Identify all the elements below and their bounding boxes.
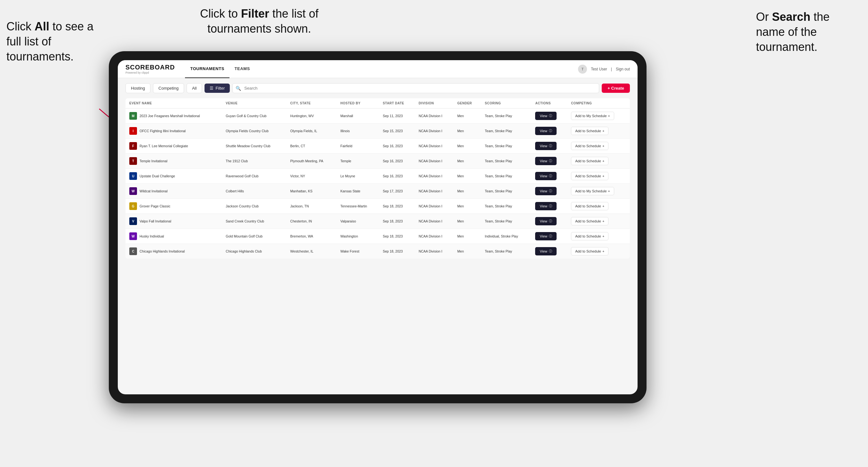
nav-links: Tournaments Teams (185, 60, 578, 78)
logo-sub: Powered by clippd (125, 71, 175, 74)
cell-hosted-by: Washington (336, 229, 379, 244)
cell-venue: Ravenwood Golf Club (222, 169, 286, 184)
cell-city-state: Berlin, CT (286, 138, 337, 154)
cell-gender: Men (454, 244, 481, 259)
cell-hosted-by: Valparaiso (336, 214, 379, 229)
table-row: G Grover Page Classic Jackson Country Cl… (125, 199, 630, 214)
cell-venue: Olympia Fields Country Club (222, 124, 286, 138)
info-icon: ⓘ (549, 174, 552, 178)
team-logo: W (129, 187, 137, 195)
event-name: Upstate Dual Challenge (140, 174, 175, 179)
cell-competing: Add to Schedule + (567, 169, 630, 184)
cell-start-date: Sep 17, 2023 (379, 184, 415, 199)
cell-event-name: M 2023 Joe Feaganes Marshall Invitationa… (125, 108, 222, 124)
cell-gender: Men (454, 124, 481, 138)
col-start-date: Start Date (379, 98, 415, 108)
cell-venue: Guyan Golf & Country Club (222, 108, 286, 124)
event-name: Chicago Highlands Invitational (140, 249, 185, 254)
cell-actions: View ⓘ (531, 184, 567, 199)
view-button[interactable]: View ⓘ (535, 142, 557, 150)
col-city-state: City, State (286, 98, 337, 108)
add-to-schedule-button[interactable]: Add to Schedule + (571, 247, 609, 255)
cell-division: NCAA Division I (415, 124, 454, 138)
cell-gender: Men (454, 154, 481, 169)
cell-division: NCAA Division I (415, 184, 454, 199)
cell-start-date: Sep 18, 2023 (379, 214, 415, 229)
cell-hosted-by: Fairfield (336, 138, 379, 154)
view-button[interactable]: View ⓘ (535, 187, 557, 195)
cell-event-name: I OFCC Fighting Illini Invitational (125, 124, 222, 138)
team-logo: I (129, 127, 137, 135)
cell-division: NCAA Division I (415, 244, 454, 259)
add-to-schedule-button[interactable]: Add to Schedule + (571, 202, 609, 210)
view-button[interactable]: View ⓘ (535, 127, 557, 135)
plus-icon: + (602, 174, 604, 178)
annotation-top-left: Click All to see a full list of tourname… (6, 19, 96, 64)
cell-gender: Men (454, 169, 481, 184)
filter-icon: ☰ (210, 86, 214, 91)
team-logo: W (129, 232, 137, 240)
col-gender: Gender (454, 98, 481, 108)
cell-scoring: Team, Stroke Play (481, 138, 532, 154)
tab-hosting[interactable]: Hosting (125, 83, 150, 93)
tab-competing[interactable]: Competing (153, 83, 184, 93)
search-icon: 🔍 (236, 86, 241, 91)
add-to-schedule-button[interactable]: Add to Schedule + (571, 157, 609, 165)
team-logo: U (129, 172, 137, 180)
add-to-schedule-button[interactable]: Add to My Schedule + (571, 112, 614, 120)
view-button[interactable]: View ⓘ (535, 202, 557, 210)
col-competing: Competing (567, 98, 630, 108)
info-icon: ⓘ (549, 114, 552, 118)
col-actions: Actions (531, 98, 567, 108)
view-button[interactable]: View ⓘ (535, 232, 557, 240)
cell-city-state: Chesterton, IN (286, 214, 337, 229)
plus-icon: + (602, 234, 604, 238)
cell-venue: Colbert Hills (222, 184, 286, 199)
separator: | (611, 67, 612, 71)
view-button[interactable]: View ⓘ (535, 157, 557, 165)
cell-actions: View ⓘ (531, 214, 567, 229)
plus-icon: + (602, 204, 604, 208)
cell-event-name: F Ryan T. Lee Memorial Collegiate (125, 138, 222, 154)
search-input[interactable] (232, 83, 599, 93)
add-to-schedule-button[interactable]: Add to Schedule + (571, 127, 609, 135)
cell-city-state: Plymouth Meeting, PA (286, 154, 337, 169)
table-body: M 2023 Joe Feaganes Marshall Invitationa… (125, 108, 630, 259)
add-to-schedule-button[interactable]: Add to My Schedule + (571, 187, 614, 195)
filter-btn-label: Filter (215, 86, 225, 91)
col-venue: Venue (222, 98, 286, 108)
cell-venue: Sand Creek Country Club (222, 214, 286, 229)
filter-button[interactable]: ☰ Filter (205, 84, 230, 93)
annotation-top-right: Or Search the name of the tournament. (756, 9, 859, 54)
view-button[interactable]: View ⓘ (535, 247, 557, 255)
nav-link-teams[interactable]: Teams (229, 60, 255, 78)
avatar: T (578, 65, 587, 73)
tab-all[interactable]: All (187, 83, 202, 93)
cell-scoring: Team, Stroke Play (481, 108, 532, 124)
add-to-schedule-button[interactable]: Add to Schedule + (571, 172, 609, 180)
add-to-schedule-button[interactable]: Add to Schedule + (571, 217, 609, 225)
cell-competing: Add to Schedule + (567, 199, 630, 214)
cell-start-date: Sep 18, 2023 (379, 199, 415, 214)
add-to-schedule-button[interactable]: Add to Schedule + (571, 142, 609, 150)
add-to-schedule-button[interactable]: Add to Schedule + (571, 232, 609, 240)
cell-competing: Add to Schedule + (567, 214, 630, 229)
table-row: M 2023 Joe Feaganes Marshall Invitationa… (125, 108, 630, 124)
event-name: 2023 Joe Feaganes Marshall Invitational (140, 114, 200, 118)
annotation-top-center: Click to Filter the list oftournaments s… (176, 6, 342, 36)
cell-hosted-by: Tennessee-Martin (336, 199, 379, 214)
view-button[interactable]: View ⓘ (535, 112, 557, 120)
cell-competing: Add to My Schedule + (567, 184, 630, 199)
info-icon: ⓘ (549, 234, 552, 239)
cell-hosted-by: Kansas State (336, 184, 379, 199)
info-icon: ⓘ (549, 159, 552, 163)
table-row: V Valpo Fall Invitational Sand Creek Cou… (125, 214, 630, 229)
cell-hosted-by: Wake Forest (336, 244, 379, 259)
view-button[interactable]: View ⓘ (535, 217, 557, 225)
nav-link-tournaments[interactable]: Tournaments (185, 60, 229, 78)
view-button[interactable]: View ⓘ (535, 172, 557, 180)
plus-icon: + (602, 219, 604, 223)
create-button[interactable]: + Create (602, 84, 630, 93)
cell-division: NCAA Division I (415, 229, 454, 244)
sign-out-link[interactable]: Sign out (616, 67, 630, 71)
